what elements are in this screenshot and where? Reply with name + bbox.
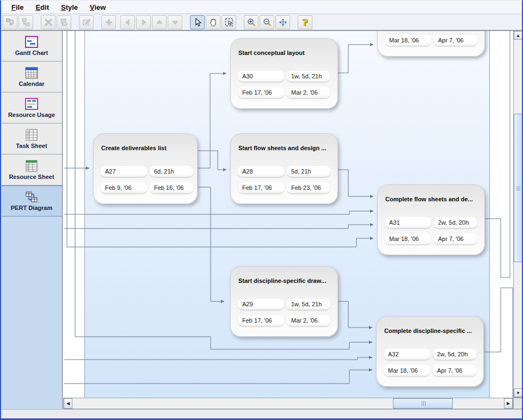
hand-icon [209,18,218,27]
cursor-icon [193,18,202,27]
pert-node-create-deliverables-list[interactable]: Create deliverables list A27 6d, 21h Feb… [93,133,198,204]
marquee-zoom-tool-button[interactable] [221,15,236,29]
add-task-button[interactable] [101,15,116,29]
group-tasks-button[interactable] [19,15,33,29]
pan-tool-button[interactable] [206,15,220,29]
node-duration: 2w, 5d, 20h [434,217,477,228]
node-duration: 1w, 5d, 21h [287,299,330,310]
menu-bar: File Edit Style View [1,1,522,14]
arrow-up-icon [155,18,164,27]
node-duration: 5d, 21h [287,166,330,177]
horizontal-scrollbar-thumb[interactable] [393,398,453,409]
zoom-in-icon [247,18,256,27]
zoom-to-fit-button[interactable] [275,15,290,29]
pert-diagram-icon [25,191,38,203]
sidebar-item-resource-sheet[interactable]: Resource Sheet [1,155,62,186]
plus-icon [104,18,113,27]
pert-node-start-discipline-specific[interactable]: Start discipline-specific draw... A29 1w… [230,266,338,337]
move-left-button[interactable] [120,15,135,29]
node-id: A27 [101,166,147,177]
scroll-left-button[interactable]: ◀ [64,398,72,409]
task-sheet-icon [25,129,38,141]
node-start-date: Mar 18, '06 [385,35,431,46]
properties-icon [82,18,91,27]
task-properties-button[interactable] [79,15,94,29]
menu-file[interactable]: File [5,2,29,13]
arrow-left-icon [124,18,132,27]
scrollbar-corner [513,398,523,409]
sidebar-item-pert-diagram[interactable]: PERT Diagram [1,186,62,217]
node-duration: 1w, 5d, 21h [287,71,330,82]
pert-node-complete-flow-sheets[interactable]: Complete flow sheets and de... A31 2w, 5… [377,184,485,255]
status-bar [1,409,522,419]
node-start-date: Feb 17, '06 [238,182,284,193]
gantt-chart-icon [25,36,38,48]
marquee-select-icon [225,18,233,27]
node-end-date: Feb 23, '06 [287,182,330,193]
arrow-down-icon [171,18,180,27]
application-window: File Edit Style View ? Gantt Ch [0,0,523,420]
node-end-date: Mar 2, '06 [287,87,330,98]
pert-node-start-flow-sheets[interactable]: Start flow sheets and design ... A28 5d,… [230,133,338,204]
help-button[interactable]: ? [298,15,312,29]
move-right-button[interactable] [136,15,151,29]
node-title: Start flow sheets and design ... [238,145,332,151]
node-title: Start conceptual layout [238,50,332,56]
node-title: Complete discipline-specific ... [384,328,478,334]
pert-node-partial[interactable]: Mar 18, '06 Apr 7, '06 [377,30,485,57]
scroll-down-button[interactable]: ▼ [514,388,522,397]
pert-diagram-canvas[interactable]: Mar 18, '06 Apr 7, '06 Start conceptual … [63,30,513,398]
arrow-right-icon [139,18,148,27]
node-duration: 2w, 5d, 20h [433,349,476,360]
menu-edit[interactable]: Edit [29,2,55,13]
node-title: Start discipline-specific draw... [238,277,332,284]
move-up-button[interactable] [152,15,167,29]
node-id: A30 [238,71,284,82]
delete-task-button[interactable] [41,15,56,29]
toolbar: ? [1,14,522,30]
group-tasks-icon [22,18,30,27]
scroll-up-button[interactable]: ▲ [514,31,522,40]
node-id: A29 [238,299,284,310]
node-end-date: Apr 7, '06 [433,365,476,376]
link-tasks-button[interactable] [3,15,17,29]
fit-icon [279,18,287,27]
scroll-right-button[interactable]: ▶ [504,398,513,409]
node-id: A32 [384,349,430,360]
ungroup-tasks-button[interactable] [57,15,71,29]
horizontal-scrollbar[interactable]: ◀ ▶ [63,398,513,409]
sidebar-item-calendar[interactable]: Calendar [1,61,62,92]
node-end-date: Apr 7, '06 [434,35,477,46]
node-title: Complete flow sheets and de... [385,196,479,202]
help-icon: ? [303,17,308,28]
sidebar-item-task-sheet[interactable]: Task Sheet [1,123,62,155]
pert-node-complete-discipline-specific[interactable]: Complete discipline-specific ... A32 2w,… [376,316,484,387]
node-start-date: Feb 9, '06 [101,182,147,193]
zoom-in-button[interactable] [244,15,259,29]
node-id: A28 [238,166,284,177]
ungroup-tasks-icon [60,18,69,27]
vertical-scrollbar-thumb[interactable] [514,114,522,262]
node-end-date: Feb 16, '06 [150,182,193,193]
zoom-out-button[interactable] [260,15,274,29]
select-tool-button[interactable] [190,15,205,29]
node-title: Create deliverables list [101,145,192,151]
link-tasks-icon [6,18,15,27]
sidebar-item-resource-usage[interactable]: Resource Usage [1,92,62,123]
node-start-date: Feb 17, '06 [238,87,284,98]
node-start-date: Mar 18, '06 [384,365,430,376]
node-start-date: Feb 17, '06 [238,315,284,326]
node-end-date: Mar 2, '06 [287,315,330,326]
calendar-icon [25,67,38,79]
zoom-out-icon [263,18,272,27]
pert-node-start-conceptual-layout[interactable]: Start conceptual layout A30 1w, 5d, 21h … [230,38,338,109]
menu-view[interactable]: View [84,2,112,13]
sidebar-item-gantt-chart[interactable]: Gantt Chart [1,30,62,61]
menu-style[interactable]: Style [55,2,84,13]
view-sidebar: Gantt Chart Calendar Resource Usage Task… [1,30,63,409]
node-start-date: Mar 18, '06 [385,233,431,244]
resource-sheet-icon [25,160,38,172]
vertical-scrollbar[interactable]: ▲ ▼ [513,30,523,398]
move-down-button[interactable] [168,15,182,29]
resource-usage-icon [25,98,38,110]
